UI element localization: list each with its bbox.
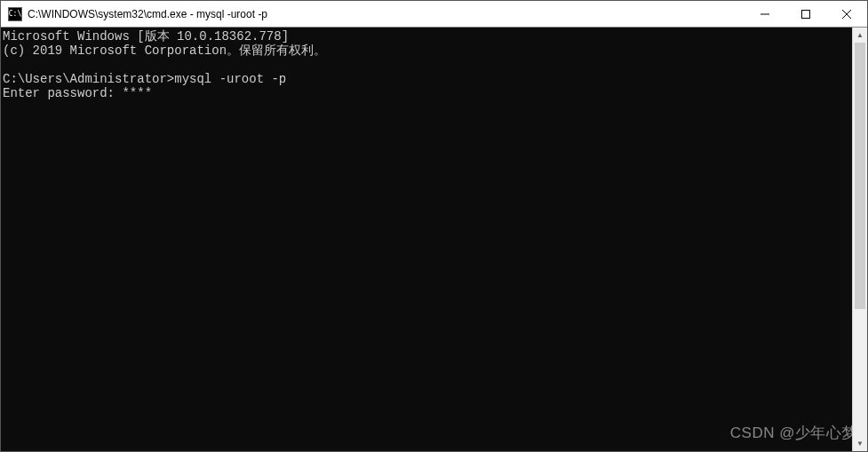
- cmd-icon: C:\: [8, 7, 22, 21]
- minimize-button[interactable]: [745, 1, 785, 27]
- window-controls: [745, 1, 867, 27]
- terminal-output[interactable]: Microsoft Windows [版本 10.0.18362.778] (c…: [1, 28, 852, 451]
- svg-rect-1: [802, 10, 810, 18]
- scroll-track[interactable]: [853, 43, 867, 436]
- cmd-window: C:\ C:\WINDOWS\system32\cmd.exe - mysql …: [0, 0, 868, 452]
- minimize-icon: [760, 10, 769, 19]
- titlebar[interactable]: C:\ C:\WINDOWS\system32\cmd.exe - mysql …: [1, 1, 867, 28]
- close-icon: [842, 10, 851, 19]
- vertical-scrollbar[interactable]: ▲ ▼: [852, 28, 867, 451]
- client-area: Microsoft Windows [版本 10.0.18362.778] (c…: [1, 28, 867, 451]
- close-button[interactable]: [826, 1, 867, 27]
- scroll-thumb[interactable]: [855, 43, 865, 309]
- maximize-icon: [801, 10, 810, 19]
- scroll-down-arrow-icon[interactable]: ▼: [853, 436, 867, 451]
- scroll-up-arrow-icon[interactable]: ▲: [853, 28, 867, 43]
- window-title: C:\WINDOWS\system32\cmd.exe - mysql -uro…: [28, 8, 745, 20]
- maximize-button[interactable]: [785, 1, 826, 27]
